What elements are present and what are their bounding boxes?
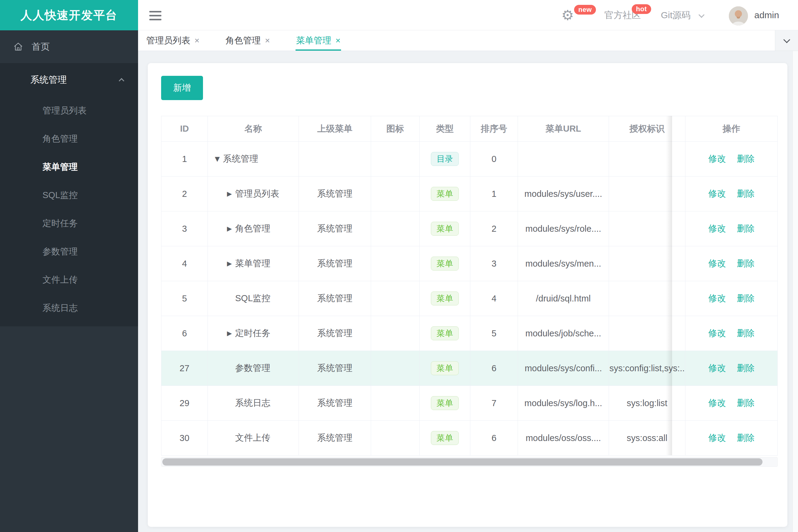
vertical-scrollbar-gutter[interactable] <box>793 51 798 532</box>
edit-link[interactable]: 修改 <box>708 292 726 305</box>
scrollbar-thumb[interactable] <box>162 458 762 466</box>
close-icon[interactable]: × <box>336 36 340 45</box>
sidebar-group-title[interactable]: 系统管理 <box>0 63 138 96</box>
edit-link[interactable]: 修改 <box>708 432 726 444</box>
edit-link[interactable]: 修改 <box>708 153 726 165</box>
expand-arrow-icon[interactable] <box>226 190 233 197</box>
delete-link[interactable]: 删除 <box>737 327 755 339</box>
table-row[interactable]: 5 SQL监控 系统管理 菜单 4 /druid/sql.html 修改删除 <box>162 281 777 316</box>
sidebar-item-scheduled-tasks[interactable]: 定时任务 <box>0 209 138 238</box>
chevron-down-icon[interactable] <box>699 12 705 18</box>
chevron-down-icon <box>783 36 790 43</box>
type-badge: 菜单 <box>431 187 459 201</box>
new-badge: new <box>574 5 596 15</box>
delete-link[interactable]: 删除 <box>737 223 755 235</box>
expand-arrow-icon[interactable] <box>226 225 233 232</box>
delete-link[interactable]: 删除 <box>737 188 755 200</box>
app-logo: 人人快速开发平台 <box>0 0 138 30</box>
close-icon[interactable]: × <box>265 36 270 45</box>
menu-name-cell: 文件上传 <box>208 421 299 455</box>
tab-role-mgmt[interactable]: 角色管理 × <box>225 30 270 51</box>
delete-link[interactable]: 删除 <box>737 258 755 270</box>
menu-name-cell: 定时任务 <box>208 316 299 350</box>
table-row[interactable]: 6 定时任务 系统管理 菜单 5 modules/job/sche... 修改删… <box>162 316 777 351</box>
menu-name-cell: 系统日志 <box>208 386 299 420</box>
hot-badge: hot <box>632 4 651 14</box>
type-badge: 菜单 <box>431 361 459 375</box>
table-row[interactable]: 29 系统日志 系统管理 菜单 7 modules/sys/log.h... s… <box>162 386 777 421</box>
menu-name-cell: 角色管理 <box>208 211 299 246</box>
close-icon[interactable]: × <box>194 36 199 45</box>
menu-name-cell: 参数管理 <box>208 351 299 385</box>
menu-name-cell: 管理员列表 <box>208 176 299 211</box>
type-badge: 菜单 <box>431 222 459 236</box>
edit-link[interactable]: 修改 <box>708 327 726 339</box>
menu-name-cell: 菜单管理 <box>208 246 299 281</box>
delete-link[interactable]: 删除 <box>737 432 755 444</box>
sidebar-item-role-mgmt[interactable]: 角色管理 <box>0 125 138 153</box>
table-row[interactable]: 30 文件上传 系统管理 菜单 6 modules/oss/oss.... sy… <box>162 421 777 456</box>
edit-link[interactable]: 修改 <box>708 258 726 270</box>
username-menu[interactable]: admin <box>754 0 779 30</box>
git-source-link[interactable]: Git源码 <box>661 0 691 30</box>
gear-icon[interactable]: ⚙ <box>561 0 574 30</box>
sidebar-item-menu-mgmt[interactable]: 菜单管理 <box>0 153 138 181</box>
content-card: 新增 ID 名称 上级菜单 图标 类型 排序号 菜单URL 授权标识 操作 1 … <box>148 63 787 527</box>
sidebar-item-system-log[interactable]: 系统日志 <box>0 294 138 322</box>
sidebar-item-home[interactable]: 首页 <box>0 30 138 63</box>
type-badge: 菜单 <box>431 326 459 340</box>
tab-admin-list[interactable]: 管理员列表 × <box>146 30 199 51</box>
table-row-selected[interactable]: 27 参数管理 系统管理 菜单 6 modules/sys/confi... s… <box>162 351 777 386</box>
sidebar-item-param-mgmt[interactable]: 参数管理 <box>0 238 138 266</box>
delete-link[interactable]: 删除 <box>737 362 755 374</box>
tab-menu-mgmt[interactable]: 菜单管理 × <box>296 30 340 51</box>
type-badge: 菜单 <box>431 291 459 305</box>
tab-bar: 管理员列表 × 角色管理 × 菜单管理 × <box>138 30 798 51</box>
menu-name-cell: SQL监控 <box>208 281 299 316</box>
type-badge: 菜单 <box>431 396 459 410</box>
menu-table: ID 名称 上级菜单 图标 类型 排序号 菜单URL 授权标识 操作 1 系统管… <box>161 116 778 456</box>
delete-link[interactable]: 删除 <box>737 153 755 165</box>
edit-link[interactable]: 修改 <box>708 397 726 409</box>
edit-link[interactable]: 修改 <box>708 188 726 200</box>
table-row[interactable]: 1 系统管理 目录 0 修改删除 <box>162 141 777 176</box>
type-badge: 菜单 <box>431 431 459 445</box>
home-icon <box>13 42 23 52</box>
table-header-row: ID 名称 上级菜单 图标 类型 排序号 菜单URL 授权标识 操作 <box>162 116 777 141</box>
sidebar-group-system: 系统管理 管理员列表 角色管理 菜单管理 SQL监控 定时任务 参数管理 文件上… <box>0 63 138 326</box>
add-button[interactable]: 新增 <box>161 76 203 100</box>
avatar[interactable] <box>729 6 748 25</box>
horizontal-scrollbar <box>161 457 778 467</box>
expand-arrow-icon[interactable] <box>226 260 233 267</box>
hamburger-menu-icon[interactable] <box>149 11 162 20</box>
delete-link[interactable]: 删除 <box>737 292 755 305</box>
top-header: 人人快速开发平台 ⚙ new 官方社区 hot Git源码 admin <box>0 0 798 30</box>
type-badge: 菜单 <box>431 256 459 270</box>
delete-link[interactable]: 删除 <box>737 397 755 409</box>
edit-link[interactable]: 修改 <box>708 223 726 235</box>
sidebar-item-sql-monitor[interactable]: SQL监控 <box>0 181 138 209</box>
app-screen: 人人快速开发平台 ⚙ new 官方社区 hot Git源码 admin 管理员列… <box>0 0 798 532</box>
expand-arrow-icon[interactable] <box>226 330 233 337</box>
sidebar: 首页 系统管理 管理员列表 角色管理 菜单管理 SQL监控 定时任务 参数管理 … <box>0 30 138 532</box>
collapse-arrow-icon[interactable] <box>214 155 221 163</box>
sidebar-item-admin-list[interactable]: 管理员列表 <box>0 96 138 125</box>
table-row[interactable]: 2 管理员列表 系统管理 菜单 1 modules/sys/user.... 修… <box>162 176 777 211</box>
edit-link[interactable]: 修改 <box>708 362 726 374</box>
table-row[interactable]: 4 菜单管理 系统管理 菜单 3 modules/sys/men... 修改删除 <box>162 246 777 281</box>
sidebar-item-file-upload[interactable]: 文件上传 <box>0 266 138 294</box>
tab-overflow-button[interactable] <box>775 30 798 51</box>
type-badge: 目录 <box>431 152 459 166</box>
table-row[interactable]: 3 角色管理 系统管理 菜单 2 modules/sys/role.... 修改… <box>162 211 777 246</box>
menu-name-cell: 系统管理 <box>208 141 299 176</box>
chevron-up-icon <box>119 78 124 83</box>
